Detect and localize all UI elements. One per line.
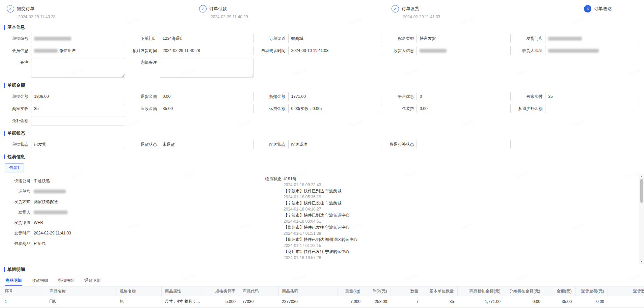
logistics-status-panel: 物流状态 41916) 2024-01-18 09:22:43 【宁波市】快件已… xyxy=(260,176,644,262)
field-value: 1806.00 xyxy=(34,94,49,99)
col-header-apportion-discount: 分摊折扣金额(元) xyxy=(504,286,544,296)
order-channel-input[interactable]: 微商城 xyxy=(288,34,382,43)
resize-handle-icon[interactable] xyxy=(250,74,253,77)
refund-supplement-status-input[interactable] xyxy=(417,140,511,149)
delivery-status-input[interactable]: 配送成功 xyxy=(288,140,382,149)
field-value: 2024-02-29 11:40:28 xyxy=(163,48,200,53)
tab-payment-detail[interactable]: 收款明细 xyxy=(31,276,49,286)
redacted-value xyxy=(548,49,599,53)
doc-status-input[interactable]: 已发货 xyxy=(31,140,125,149)
redacted-blob xyxy=(34,211,68,214)
step-connector xyxy=(39,9,194,9)
logistics-event-time: 2024-01-18 03:04:51 xyxy=(284,218,644,224)
field-label: 包裹商品 xyxy=(0,239,34,249)
receiver-address-input[interactable] xyxy=(545,46,639,55)
section-title-bar xyxy=(4,155,5,159)
goods-table-wrap: 序号 商品名称 规格名称 商品属性 规格换算率 商品代码 商品条码 重量(kg)… xyxy=(0,286,644,308)
package-row-package-goods: 包裹商品 F纸-包 xyxy=(0,239,260,249)
package-tab-1[interactable]: 包裹1 xyxy=(5,163,24,172)
auto-confirm-time-input[interactable]: 2024-03-10 11:41:03 xyxy=(288,46,382,55)
col-header-base-unit-qty: 基本单位数量 xyxy=(422,286,457,296)
freight-input[interactable]: 0.00(实收：0.00) xyxy=(288,104,382,113)
order-detail-page: 7361407361407361407361407361407361407361… xyxy=(0,0,644,308)
field-label: 预计发货时间 xyxy=(130,48,160,54)
doc-amount-input[interactable]: 1806.00 xyxy=(31,92,125,101)
field-value: 快递发货 xyxy=(420,36,436,41)
field-value: 2024-02-29 11:41:03 xyxy=(34,228,71,239)
logistics-event-time: 2024-01-16 19:57:28 xyxy=(284,255,644,261)
field-value: 0.00 xyxy=(420,106,427,111)
tab-goods-detail[interactable]: 商品明细 xyxy=(5,276,22,286)
logistics-event-desc: 【郑州市】快件已发往 宁波转运中心 xyxy=(284,224,644,230)
ship-store-input[interactable] xyxy=(545,34,639,43)
field-receiver-info: 收货人信息 xyxy=(387,46,515,55)
scrollbar-thumb[interactable] xyxy=(640,179,643,203)
step-number-badge: 4 xyxy=(584,5,591,12)
logistics-number: 41916) xyxy=(284,176,644,182)
step-order-payment: ✓ 订单付款 2024-02-29 11:40:29 xyxy=(199,5,227,12)
tab-discount-detail[interactable]: 折扣明细 xyxy=(57,276,75,286)
cell-qty: 7 xyxy=(391,296,422,307)
logistics-event-time: 2024-01-17 01:22:15 xyxy=(284,243,644,249)
remark-textarea[interactable] xyxy=(31,58,125,78)
tab-refund-detail[interactable]: 退款明细 xyxy=(84,276,101,286)
field-label: 包装费 xyxy=(387,106,417,112)
doc-status-form: 单据状态 已发货 退款状态 未退款 配送状态 配送成功 多退少补状态 xyxy=(0,140,644,149)
logistics-event-desc: 【郑州市】快件已到达 郑州港区转运中心 xyxy=(284,236,644,243)
field-value: 微信用户 xyxy=(59,48,76,54)
receiver-info-input[interactable] xyxy=(417,46,511,55)
field-value: 商家快递配送 xyxy=(34,197,58,207)
field-remark: 备注 xyxy=(1,58,130,78)
field-label: 备注 xyxy=(1,58,31,65)
section-title-bar xyxy=(4,83,5,88)
redacted-value xyxy=(34,207,69,218)
exempt-amount-input[interactable] xyxy=(31,116,125,125)
col-header-amount: 金额(元) xyxy=(544,286,575,296)
check-circle-icon: ✓ xyxy=(7,5,14,12)
field-value: 0.00(实收：0.00) xyxy=(291,106,322,112)
internal-remark-textarea[interactable] xyxy=(160,58,254,78)
scroll-up-icon[interactable]: ▲ xyxy=(639,174,644,178)
section-title-text: 基本信息 xyxy=(7,24,25,30)
redacted-value xyxy=(548,37,582,40)
col-header-unit-price: 单价(元) xyxy=(364,286,391,296)
doc-amount-form: 单据金额 1806.00 退货金额 0.00 折扣金额 1771.00 平台优惠… xyxy=(0,92,644,125)
logistics-scrollbar[interactable]: ▲ ▼ xyxy=(639,174,644,264)
member-info-input[interactable]: 微信用户 xyxy=(31,46,125,55)
scroll-down-icon[interactable]: ▼ xyxy=(639,259,644,264)
field-label: 内部备注 xyxy=(130,58,160,65)
field-label: 自动确认时间 xyxy=(259,48,288,54)
redacted-value xyxy=(34,49,58,53)
field-auto-confirm-time: 自动确认时间 2024-03-10 11:41:03 xyxy=(259,46,387,55)
section-title-bar xyxy=(4,25,5,30)
return-amount-input[interactable]: 0.00 xyxy=(160,92,254,101)
refund-supplement-amount-input[interactable] xyxy=(545,104,639,113)
cell-amount: 35.00 xyxy=(544,296,575,307)
col-header-goods-attr: 商品属性 xyxy=(161,286,206,296)
section-title-text: 单据金额 xyxy=(7,82,25,88)
field-label: 会员信息 xyxy=(1,48,31,54)
col-header-return-amount: 退货金额(元) xyxy=(575,286,608,296)
field-label: 下单门店 xyxy=(130,36,160,41)
merchant-received-input[interactable]: 35 xyxy=(31,104,125,113)
expect-ship-time-input[interactable]: 2024-02-29 11:40:28 xyxy=(160,46,254,55)
doc-no-input[interactable] xyxy=(31,34,125,43)
field-label: 平台优惠 xyxy=(387,94,417,100)
field-label: 商家实收 xyxy=(1,106,31,112)
redacted-blob xyxy=(34,190,66,193)
table-row[interactable]: 1 F纸 包 尺寸：4寸 餐具：... 5.000 77030 2277030 … xyxy=(0,296,644,307)
cell-seq: 1 xyxy=(0,296,46,307)
resize-handle-icon[interactable] xyxy=(121,74,125,77)
order-store-input[interactable]: 1234海曙店 xyxy=(160,34,254,43)
field-label: 退货金额 xyxy=(130,94,160,100)
buyer-paid-input[interactable]: 35 xyxy=(545,92,639,101)
packing-fee-input[interactable]: 0.00 xyxy=(417,104,511,113)
delivery-type-input[interactable]: 快递发货 xyxy=(417,34,511,43)
discount-amount-input[interactable]: 1771.00 xyxy=(288,92,382,101)
platform-discount-input[interactable]: 0 xyxy=(417,92,511,101)
refund-status-input[interactable]: 未退款 xyxy=(160,140,254,149)
field-freight: 运费金额 0.00(实收：0.00) xyxy=(259,104,387,113)
receivable-input[interactable]: 35.00 xyxy=(160,104,254,113)
step-time: 2024-02-29 11:41:03 xyxy=(403,15,440,19)
field-label: 折扣金额 xyxy=(259,94,288,100)
